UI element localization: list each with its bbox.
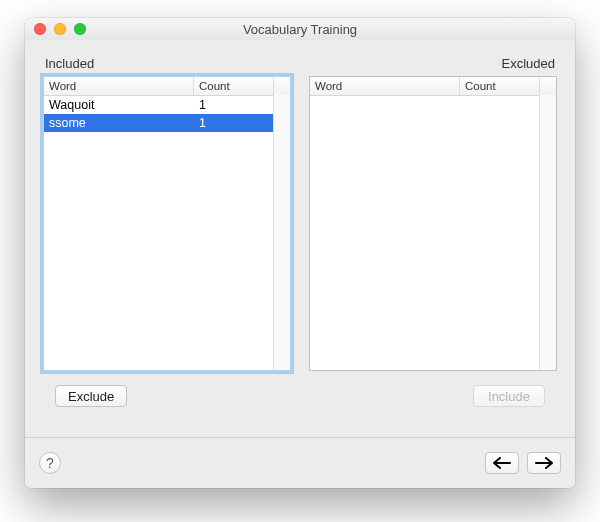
help-button[interactable]: ? bbox=[39, 452, 61, 474]
include-button[interactable]: Include bbox=[473, 385, 545, 407]
scrollbar[interactable] bbox=[539, 95, 556, 370]
window-title: Vocabulary Training bbox=[25, 22, 575, 37]
column-header-count[interactable]: Count bbox=[194, 77, 274, 95]
window: Vocabulary Training Included Excluded Wo… bbox=[25, 18, 575, 488]
cell-word: Waquoit bbox=[44, 98, 194, 112]
previous-button[interactable] bbox=[485, 452, 519, 474]
excluded-table-body[interactable] bbox=[310, 96, 556, 370]
excluded-label: Excluded bbox=[502, 56, 555, 71]
column-header-word[interactable]: Word bbox=[44, 77, 194, 95]
footer: ? bbox=[25, 437, 575, 488]
included-label: Included bbox=[45, 56, 94, 71]
dialog-body: Included Excluded Word Count Waquoit1sso… bbox=[25, 40, 575, 488]
column-header-count[interactable]: Count bbox=[460, 77, 540, 95]
column-header-word[interactable]: Word bbox=[310, 77, 460, 95]
titlebar: Vocabulary Training bbox=[25, 18, 575, 41]
window-controls bbox=[34, 23, 86, 35]
scrollbar[interactable] bbox=[273, 95, 290, 370]
arrow-left-icon bbox=[493, 457, 511, 469]
close-icon[interactable] bbox=[34, 23, 46, 35]
cell-word: ssome bbox=[44, 116, 194, 130]
column-header-gutter bbox=[540, 77, 556, 95]
included-table-header: Word Count bbox=[44, 77, 290, 96]
included-table-body[interactable]: Waquoit1ssome1 bbox=[44, 96, 290, 370]
exclude-button[interactable]: Exclude bbox=[55, 385, 127, 407]
excluded-table[interactable]: Word Count bbox=[309, 76, 557, 371]
zoom-icon[interactable] bbox=[74, 23, 86, 35]
included-table[interactable]: Word Count Waquoit1ssome1 bbox=[43, 76, 291, 371]
column-header-gutter bbox=[274, 77, 290, 95]
tables-container: Word Count Waquoit1ssome1 Word Count bbox=[43, 76, 557, 371]
table-row[interactable]: Waquoit1 bbox=[44, 96, 290, 114]
next-button[interactable] bbox=[527, 452, 561, 474]
minimize-icon[interactable] bbox=[54, 23, 66, 35]
table-row[interactable]: ssome1 bbox=[44, 114, 290, 132]
excluded-table-header: Word Count bbox=[310, 77, 556, 96]
arrow-right-icon bbox=[535, 457, 553, 469]
